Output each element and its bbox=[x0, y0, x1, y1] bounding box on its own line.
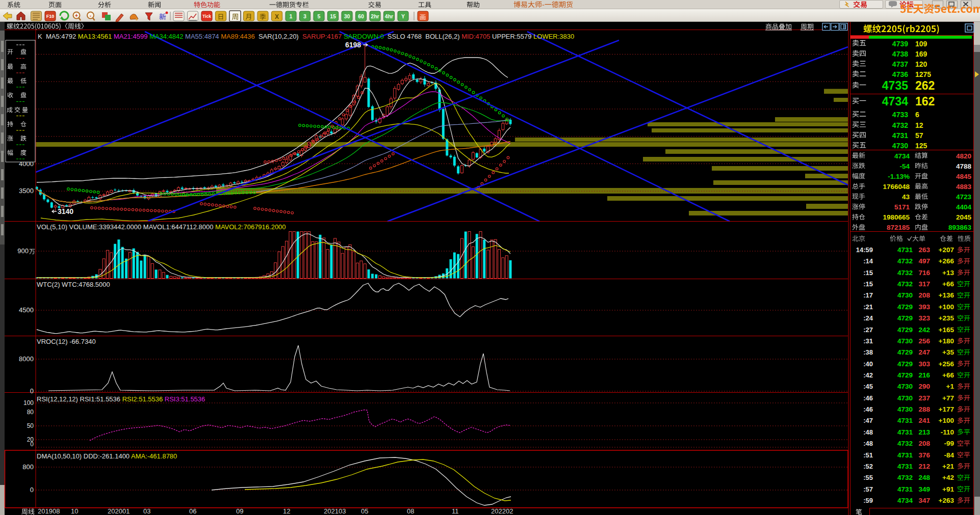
svg-text:06: 06 bbox=[189, 507, 196, 515]
svg-text:12: 12 bbox=[283, 507, 290, 515]
svg-text:VOL(5,10) VOLUME:3393442.0000: VOL(5,10) VOLUME:3393442.0000 MAVOL1:644… bbox=[37, 223, 286, 231]
svg-text:09: 09 bbox=[236, 507, 243, 515]
svg-text:10: 10 bbox=[71, 507, 78, 515]
svg-text:DMA(10,50,10) DDD:-261.1400 AM: DMA(10,50,10) DDD:-261.1400 AMA:-461.878… bbox=[37, 452, 177, 460]
svg-text:03: 03 bbox=[143, 507, 150, 515]
svg-text:3500: 3500 bbox=[19, 187, 34, 195]
svg-text:202202: 202202 bbox=[491, 507, 513, 515]
svg-text:800: 800 bbox=[22, 463, 34, 471]
svg-text:11: 11 bbox=[452, 507, 459, 515]
svg-text:VROC(12) -66.7340: VROC(12) -66.7340 bbox=[37, 338, 96, 345]
svg-text:K MA5:4792 MA13:4561 MA21:459: K MA5:4792 MA13:4561 MA21:4599 MA34:4842… bbox=[38, 33, 574, 40]
svg-text:8000: 8000 bbox=[19, 355, 34, 363]
svg-text:6198: 6198 bbox=[345, 41, 361, 49]
svg-text:50: 50 bbox=[27, 422, 34, 429]
svg-text:0: 0 bbox=[30, 486, 34, 494]
svg-text:WTC(2) WTC:4768.5000: WTC(2) WTC:4768.5000 bbox=[37, 281, 110, 288]
svg-text:100: 100 bbox=[23, 399, 34, 406]
svg-text:900: 900 bbox=[17, 247, 29, 255]
svg-text:202103: 202103 bbox=[324, 507, 346, 515]
svg-text:RSI(12,12,12) RSI1:51.5536 RSI: RSI(12,12,12) RSI1:51.5536 RSI2:51.5536 … bbox=[37, 395, 205, 403]
svg-text:202001: 202001 bbox=[108, 507, 130, 515]
svg-text:201908: 201908 bbox=[38, 507, 60, 515]
svg-text:3140: 3140 bbox=[58, 207, 73, 215]
svg-text:0: 0 bbox=[30, 441, 34, 448]
svg-text:4500: 4500 bbox=[19, 306, 34, 314]
svg-text:0: 0 bbox=[30, 387, 34, 395]
svg-text:05: 05 bbox=[361, 507, 368, 515]
svg-text:80: 80 bbox=[27, 409, 34, 416]
svg-text:08: 08 bbox=[407, 507, 414, 515]
